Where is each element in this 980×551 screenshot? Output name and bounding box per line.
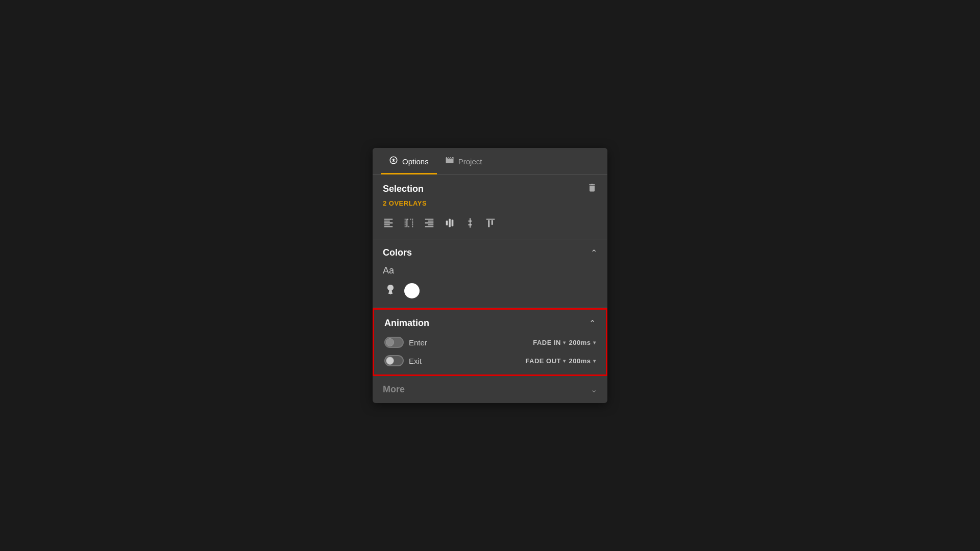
trash-button[interactable]	[587, 183, 597, 195]
animation-enter-row: Enter FADE IN ▾ 200ms ▾	[384, 337, 596, 348]
animation-exit-duration-value: 200ms	[569, 357, 591, 365]
more-section: More ⌄	[373, 376, 607, 403]
selection-header: Selection	[383, 183, 597, 195]
colors-header: Colors ⌃	[383, 247, 597, 258]
tab-project[interactable]: Project	[437, 148, 491, 174]
colors-section: Colors ⌃ Aa	[373, 239, 607, 308]
svg-rect-1	[446, 220, 448, 225]
align-right-icon[interactable]	[424, 217, 435, 229]
align-left-icon[interactable]	[383, 217, 394, 229]
colors-collapse-button[interactable]: ⌃	[591, 248, 597, 258]
chevron-down-icon-3: ▾	[563, 358, 566, 364]
animation-enter-duration-dropdown[interactable]: 200ms ▾	[569, 339, 596, 346]
chevron-down-icon: ▾	[563, 340, 566, 345]
selection-title: Selection	[383, 184, 424, 194]
animation-enter-effect-value: FADE IN	[533, 339, 561, 346]
tab-options-label: Options	[402, 157, 429, 166]
svg-rect-0	[449, 219, 451, 228]
animation-enter-duration-value: 200ms	[569, 339, 591, 346]
animation-exit-toggle[interactable]	[384, 355, 404, 366]
align-center-h-icon[interactable]	[403, 217, 414, 229]
animation-section: Animation ⌃ Enter FADE IN ▾ 200ms ▾	[373, 308, 607, 376]
align-middle-icon[interactable]	[464, 217, 476, 229]
chevron-down-icon-2: ▾	[593, 340, 596, 345]
selection-subtitle: 2 OVERLAYS	[383, 199, 597, 207]
animation-exit-effect-value: FADE OUT	[525, 357, 561, 365]
tab-project-label: Project	[458, 157, 482, 166]
svg-rect-2	[452, 220, 454, 227]
animation-exit-duration-dropdown[interactable]: 200ms ▾	[569, 357, 596, 365]
animation-exit-row: Exit FADE OUT ▾ 200ms ▾	[384, 355, 596, 366]
align-top-icon[interactable]	[485, 217, 496, 229]
animation-header: Animation ⌃	[384, 318, 596, 329]
color-swatches	[383, 282, 597, 299]
toggle-knob	[386, 338, 394, 346]
alignment-row	[383, 213, 597, 231]
distribute-v-icon[interactable]	[444, 217, 455, 229]
colors-title: Colors	[383, 247, 412, 258]
chevron-down-icon-4: ▾	[593, 358, 596, 364]
color-white-swatch[interactable]	[404, 283, 420, 298]
options-icon	[389, 156, 398, 167]
animation-enter-toggle[interactable]	[384, 337, 404, 348]
animation-exit-left: Exit	[384, 355, 422, 366]
animation-exit-effect-dropdown[interactable]: FADE OUT ▾	[525, 357, 566, 365]
animation-exit-label: Exit	[409, 357, 422, 365]
animation-exit-right: FADE OUT ▾ 200ms ▾	[525, 357, 596, 365]
aa-label: Aa	[383, 265, 597, 276]
options-panel: Options Project Selection 2 OVERLAYS	[373, 148, 607, 403]
animation-enter-left: Enter	[384, 337, 427, 348]
color-dropper[interactable]	[383, 282, 398, 299]
tab-options[interactable]: Options	[381, 148, 437, 174]
tabs-bar: Options Project	[373, 148, 607, 174]
project-icon	[445, 156, 454, 167]
animation-collapse-button[interactable]: ⌃	[589, 318, 596, 328]
animation-enter-effect-dropdown[interactable]: FADE IN ▾	[533, 339, 566, 346]
more-expand-button[interactable]: ⌄	[591, 385, 597, 394]
animation-title: Animation	[384, 318, 429, 329]
animation-enter-label: Enter	[409, 338, 427, 347]
selection-section: Selection 2 OVERLAYS	[373, 174, 607, 239]
toggle-knob-exit	[386, 357, 394, 365]
animation-enter-right: FADE IN ▾ 200ms ▾	[533, 339, 596, 346]
more-title: More	[383, 384, 405, 395]
